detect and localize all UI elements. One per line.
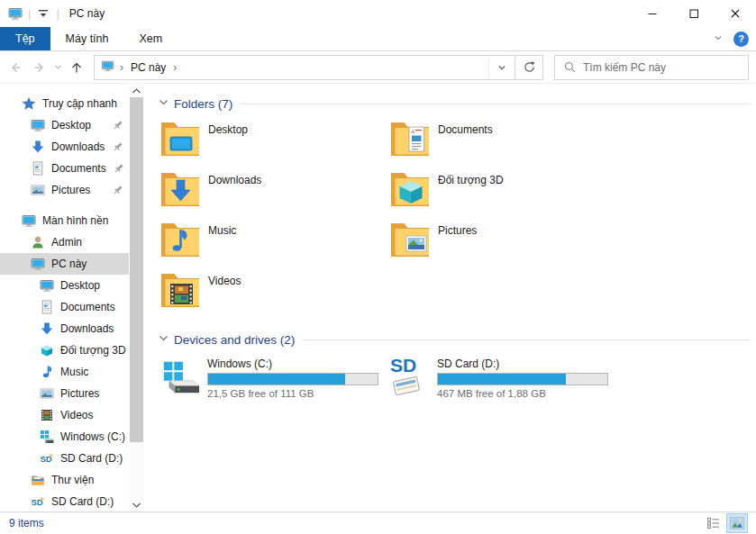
quick-access-toolbar-dropdown-icon[interactable]: [35, 5, 51, 22]
sidebar-item-documents[interactable]: Documents: [0, 296, 129, 318]
maximize-button[interactable]: [673, 0, 715, 27]
sidebar-item-label: Admin: [51, 236, 82, 249]
folder-item-oi-tuong-3d[interactable]: Đối tượng 3D: [388, 170, 751, 221]
app-icon[interactable]: [7, 6, 23, 21]
sidebar-item-desktop[interactable]: Desktop: [0, 275, 129, 296]
sd-card-icon: SD✳: [40, 451, 54, 466]
drive-item-windows-c[interactable]: Windows (C:) 21,5 GB free of 111 GB: [159, 356, 388, 406]
breadcrumb-item[interactable]: PC này: [129, 61, 168, 74]
sidebar-item-windows-c[interactable]: Windows (C:): [0, 426, 129, 448]
folder-item-documents[interactable]: A Documents: [388, 120, 751, 170]
drive-info: SD Card (D:) 467 MB free of 1,88 GB: [437, 356, 608, 406]
svg-text:✳: ✳: [49, 452, 55, 460]
music-note-icon: [40, 365, 54, 379]
folder-item-label: Desktop: [208, 123, 248, 170]
thumbnail-view-button[interactable]: [727, 514, 747, 532]
folder-item-label: Đối tượng 3D: [438, 174, 504, 221]
folders-section-header: Folders (7): [159, 95, 751, 113]
monitor-icon: [40, 278, 54, 293]
sidebar-item-label: Thư viện: [51, 474, 94, 486]
folder-item-label: Videos: [208, 275, 241, 321]
sidebar-item-thu-vien[interactable]: Thư viện: [0, 469, 129, 491]
sidebar-item-pictures[interactable]: Pictures: [0, 383, 129, 404]
search-icon: [563, 60, 577, 74]
svg-text:SD: SD: [390, 356, 416, 376]
navigation-pane: Truy cập nhanh Desktop Downloads Documen…: [0, 84, 144, 511]
scrollbar-thumb[interactable]: [130, 97, 143, 442]
tab-xem[interactable]: Xem: [123, 27, 178, 50]
breadcrumb-chevron-icon[interactable]: ›: [171, 61, 178, 74]
folder-item-downloads[interactable]: Downloads: [159, 170, 388, 221]
sidebar-item-pc-nay[interactable]: PC này: [0, 253, 129, 275]
sidebar-item-downloads[interactable]: Downloads: [0, 318, 129, 339]
explorer-body: Truy cập nhanh Desktop Downloads Documen…: [0, 84, 756, 511]
section-rule: [241, 104, 751, 104]
scrollbar-track[interactable]: [129, 97, 144, 498]
scroll-up-icon[interactable]: [129, 84, 144, 97]
window-title: PC này: [69, 7, 105, 20]
minimize-button[interactable]: [632, 0, 673, 27]
ribbon-tabs: TệpMáy tínhXem ?: [0, 27, 756, 51]
forward-button[interactable]: [27, 56, 50, 79]
drive-name: Windows (C:): [207, 358, 378, 370]
sidebar-scrollbar[interactable]: [129, 84, 144, 511]
folder-videos-icon: [159, 271, 202, 312]
folder-item-videos[interactable]: Videos: [159, 271, 388, 321]
pin-icon: [113, 163, 124, 175]
drive-item-sd-card-d[interactable]: SD SD Card (D:) 467 MB free of 1,88 GB: [388, 356, 751, 406]
sidebar-item-label: Downloads: [51, 140, 105, 153]
details-view-button[interactable]: [704, 514, 724, 532]
sidebar-item-oi-tuong-3d[interactable]: Đối tượng 3D: [0, 339, 129, 361]
folder-item-desktop[interactable]: Desktop: [159, 120, 388, 170]
back-button[interactable]: [4, 56, 27, 79]
folder-item-label: Documents: [438, 123, 493, 170]
sidebar-item-label: Màn hình nền: [42, 214, 108, 227]
folder-item-label: Downloads: [208, 174, 261, 221]
sidebar-item-truy-cap-nhanh[interactable]: Truy cập nhanh: [0, 93, 129, 114]
sidebar-item-man-hinh-nen[interactable]: Màn hình nền: [0, 210, 129, 231]
sidebar-item-documents[interactable]: Documents: [0, 158, 129, 179]
close-button[interactable]: [715, 0, 756, 27]
sidebar-items: Truy cập nhanh Desktop Downloads Documen…: [0, 84, 129, 511]
sidebar-item-desktop[interactable]: Desktop: [0, 114, 129, 136]
sidebar-item-label: SD Card (D:): [60, 452, 123, 465]
drive-windows-icon: [40, 430, 54, 444]
pin-icon: [112, 141, 123, 153]
search-input[interactable]: [583, 61, 748, 74]
sidebar-item-downloads[interactable]: Downloads: [0, 136, 129, 158]
sidebar-item-admin[interactable]: Admin: [0, 231, 129, 253]
tab-may-tinh[interactable]: Máy tính: [50, 27, 124, 50]
drive-usage-fill: [438, 374, 566, 385]
scroll-down-icon[interactable]: [129, 498, 144, 511]
sidebar-item-sd-card-d[interactable]: SD✳ SD Card (D:): [0, 448, 129, 469]
refresh-button[interactable]: [515, 55, 543, 80]
file-explorer-window: | | PC này TệpMáy tínhXem ?: [0, 0, 756, 534]
drives-section-header: Devices and drives (2): [159, 330, 751, 348]
svg-text:A: A: [410, 128, 414, 134]
address-dropdown-chevron-icon[interactable]: [488, 56, 515, 79]
user-icon: [31, 235, 45, 249]
drive-free-space: 467 MB free of 1,88 GB: [437, 388, 608, 399]
drive-usage-fill: [208, 374, 345, 385]
sidebar-item-music[interactable]: Music: [0, 361, 129, 383]
pin-icon: [112, 120, 123, 131]
collapse-chevron-icon[interactable]: [159, 333, 169, 346]
address-bar[interactable]: › PC này ›: [94, 55, 515, 80]
folder-downloads-icon: [159, 170, 202, 212]
monitor-icon: [31, 118, 45, 132]
sidebar-item-label: Documents: [51, 162, 106, 175]
breadcrumb-chevron-icon[interactable]: ›: [118, 61, 125, 74]
collapse-chevron-icon[interactable]: [159, 97, 169, 110]
drive-name: SD Card (D:): [437, 358, 608, 370]
sidebar-item-videos[interactable]: Videos: [0, 404, 129, 426]
folder-item-music[interactable]: Music: [159, 221, 388, 271]
sidebar-item-pictures[interactable]: Pictures: [0, 179, 129, 201]
computer-icon: [31, 257, 45, 271]
help-icon[interactable]: ?: [733, 32, 749, 47]
tab-tep[interactable]: Tệp: [0, 27, 50, 50]
up-button[interactable]: [65, 56, 88, 79]
sidebar-item-sd-card-d[interactable]: SD✳ SD Card (D:): [0, 491, 129, 511]
recent-locations-chevron-icon[interactable]: [50, 56, 65, 79]
folder-item-pictures[interactable]: Pictures: [388, 221, 751, 271]
expand-ribbon-chevron-icon[interactable]: [712, 32, 724, 47]
